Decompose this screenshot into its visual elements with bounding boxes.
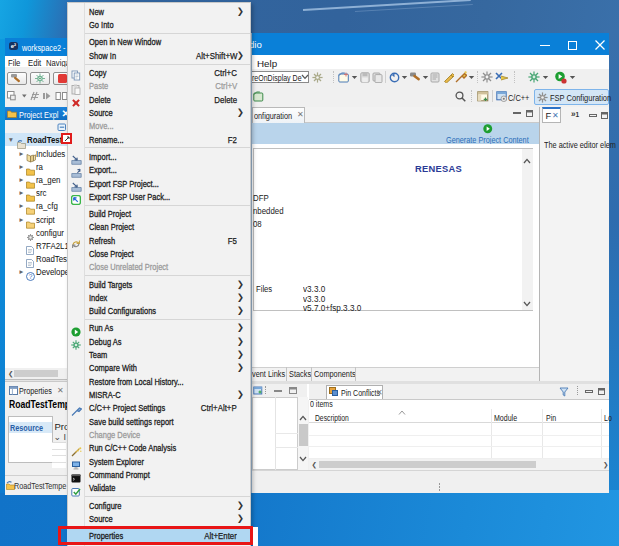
- svg-text:?: ?: [29, 273, 33, 280]
